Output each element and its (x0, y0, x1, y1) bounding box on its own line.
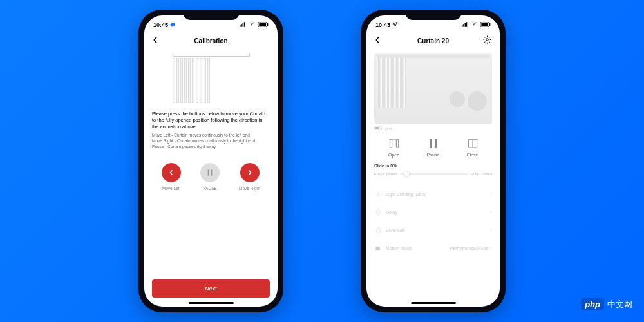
open-icon (388, 137, 401, 150)
schedule-icon (374, 226, 382, 234)
status-time: 10:43 (375, 22, 390, 28)
settings-button[interactable] (483, 35, 492, 46)
svg-rect-5 (259, 23, 266, 26)
device-battery: 79% (374, 126, 492, 131)
screen-calibration: 10:45 Calibration (144, 15, 278, 307)
svg-rect-8 (211, 169, 212, 175)
location-icon (169, 21, 176, 29)
notch (183, 10, 240, 20)
status-time: 10:45 (153, 22, 168, 28)
light-sensing-icon (374, 190, 382, 198)
svg-rect-23 (430, 139, 432, 148)
svg-rect-37 (375, 246, 379, 250)
svg-rect-19 (381, 128, 382, 129)
back-button[interactable] (152, 35, 161, 46)
svg-rect-18 (375, 127, 379, 129)
menu-delay[interactable]: Delay › (374, 203, 492, 221)
pause-icon (200, 163, 220, 182)
slider-left-label: Fully Opened (374, 172, 397, 176)
curtain-content: 79% Open Pause (366, 50, 500, 307)
home-indicator[interactable] (411, 302, 456, 304)
pause-icon (427, 137, 440, 150)
position-slider[interactable]: Fully Opened Fully Closed (374, 172, 492, 176)
control-row: Move Left PAUSE Move Right (152, 163, 270, 191)
chevron-left-icon (162, 163, 181, 182)
page-title: Curtain 20 (417, 37, 449, 44)
svg-rect-0 (240, 25, 241, 27)
svg-rect-7 (208, 169, 209, 175)
home-indicator[interactable] (189, 302, 234, 304)
move-right-button[interactable]: Move Right (239, 163, 260, 191)
phone-right: 10:43 Curtain 20 (361, 10, 506, 312)
calibration-content: Please press the buttons below to move y… (144, 50, 278, 307)
chevron-right-icon: › (490, 191, 492, 197)
next-button[interactable]: Next (152, 279, 270, 298)
motion-mode-icon (374, 244, 382, 252)
svg-rect-11 (465, 23, 466, 27)
instruction-detail: Move Left - Curtain moves continously to… (152, 133, 270, 149)
svg-rect-12 (466, 22, 468, 27)
delay-icon (374, 208, 382, 216)
watermark-text: 中文网 (607, 299, 632, 310)
slider-thumb[interactable] (403, 171, 410, 177)
phone-left: 10:45 Calibration (138, 10, 283, 312)
battery-small-icon (374, 126, 382, 131)
battery-icon (480, 22, 491, 28)
instruction-main: Please press the buttons below to move y… (152, 111, 270, 130)
curtain-animation (173, 53, 250, 104)
notch (405, 10, 462, 20)
nav-bar: Calibration (144, 31, 278, 50)
svg-rect-20 (390, 140, 392, 147)
wifi-icon (249, 22, 256, 28)
pause-button[interactable]: PAUSE (200, 163, 220, 191)
open-button[interactable]: Open (388, 137, 401, 157)
svg-rect-2 (243, 23, 244, 27)
php-badge: php (581, 298, 604, 310)
location-icon (392, 21, 398, 29)
svg-rect-6 (267, 23, 268, 26)
svg-rect-1 (241, 24, 242, 27)
nav-bar: Curtain 20 (366, 31, 500, 50)
signal-icon (462, 22, 469, 28)
battery-percent: 79% (384, 127, 392, 131)
page-title: Calibration (194, 37, 227, 44)
chevron-right-icon: › (490, 245, 492, 251)
control-row: Open Pause Close (374, 137, 492, 157)
close-button[interactable]: Close (466, 137, 479, 157)
move-left-button[interactable]: Move Left (162, 163, 181, 191)
svg-point-16 (486, 39, 488, 41)
wifi-icon (471, 22, 478, 28)
slider-right-label: Fully Closed (471, 172, 492, 176)
chevron-right-icon (240, 163, 260, 182)
slide-label: Slide to 0% (374, 164, 492, 168)
back-button[interactable] (374, 35, 383, 46)
chevron-right-icon: › (490, 209, 492, 215)
menu-light-sensing[interactable]: Light Sensing (Beta) › (374, 185, 492, 203)
battery-icon (258, 22, 269, 28)
chevron-right-icon: › (490, 227, 492, 233)
screen-curtain-control: 10:43 Curtain 20 (366, 15, 500, 307)
svg-rect-10 (463, 24, 464, 27)
svg-rect-15 (489, 23, 490, 26)
curtain-scene (374, 53, 492, 124)
pause-button[interactable]: Pause (427, 137, 440, 157)
motion-mode-value: Performance Mode (450, 246, 489, 251)
svg-rect-9 (462, 25, 463, 27)
signal-icon (240, 22, 247, 28)
svg-rect-21 (396, 140, 398, 147)
watermark: php 中文网 (581, 298, 632, 310)
menu-motion-mode[interactable]: Motion Mode Performance Mode › (374, 239, 492, 257)
svg-rect-24 (435, 139, 437, 148)
close-icon (466, 137, 479, 150)
svg-rect-14 (481, 23, 488, 26)
slider-track[interactable] (400, 173, 468, 175)
svg-point-28 (377, 193, 379, 195)
svg-rect-3 (244, 22, 245, 27)
menu-schedule[interactable]: Schedule › (374, 221, 492, 239)
